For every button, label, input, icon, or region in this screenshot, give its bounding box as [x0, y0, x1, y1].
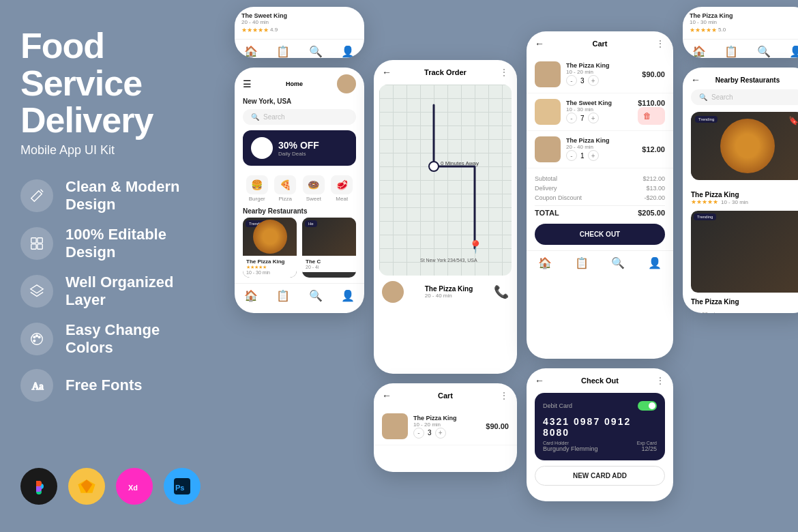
- sketch-icon: [68, 468, 105, 505]
- sliver2-nav-orders: 📋: [724, 45, 738, 58]
- rest-card-1[interactable]: Trending The Pizza King ★★★★★ 10 - 30 mi…: [243, 218, 297, 278]
- coupon-val: -$20.00: [644, 194, 665, 201]
- cart-nav-search[interactable]: 🔍: [611, 256, 625, 269]
- home-screen-title: Home: [286, 80, 303, 87]
- checkout-back[interactable]: ←: [535, 375, 544, 386]
- cart-summary: Subtotal $212.00 Delivery $13.00 Coupon …: [527, 168, 673, 224]
- svg-text:Aa: Aa: [32, 380, 44, 391]
- svg-rect-1: [38, 238, 42, 243]
- checkout-title: Check Out: [581, 376, 619, 385]
- svg-point-19: [429, 162, 439, 171]
- feature-fonts: Aa Free Fonts: [20, 369, 201, 402]
- svg-text:📍: 📍: [468, 239, 484, 254]
- cart-price-3: $12.00: [642, 145, 665, 153]
- cart-nav-profile[interactable]: 👤: [648, 256, 662, 269]
- qty-minus-1[interactable]: -: [413, 428, 424, 439]
- cart-small-header: ← Cart ⋮: [374, 383, 517, 408]
- exp-label: Exp Card: [637, 441, 657, 445]
- col2: ← Track Order ⋮ 0 Minutes Away St New Yo…: [374, 60, 517, 472]
- checkout-btn[interactable]: CHECK OUT: [535, 224, 665, 245]
- cart-plus-1[interactable]: +: [588, 75, 599, 86]
- left-panel: Food ServiceDelivery Mobile App UI Kit C…: [0, 0, 221, 532]
- sliver1-nav: 🏠 📋 🔍 👤: [235, 39, 364, 58]
- nearby-dots[interactable]: ⋮: [795, 74, 798, 85]
- nearby-bookmark[interactable]: 🔖: [788, 116, 798, 125]
- cart-plus-3[interactable]: +: [588, 150, 599, 161]
- new-card-btn[interactable]: NEW CARD ADD: [535, 466, 665, 486]
- home-nav-profile[interactable]: 👤: [341, 289, 355, 302]
- cart-img-2: [535, 99, 561, 125]
- cart-minus-3[interactable]: -: [566, 150, 577, 161]
- edit-icon: [20, 227, 53, 260]
- restaurant-grid: Trending The Pizza King ★★★★★ 10 - 30 mi…: [235, 218, 364, 278]
- qty-plus-1[interactable]: +: [435, 428, 446, 439]
- sliver2-nav: 🏠 📋 🔍 👤: [683, 39, 798, 58]
- nearby-search[interactable]: 🔍 Search: [691, 89, 798, 105]
- driver-name: The Pizza King: [425, 285, 473, 293]
- cat-burger[interactable]: 🍔Burger: [246, 175, 268, 202]
- delete-btn-2[interactable]: 🗑: [638, 107, 665, 125]
- rest-card-2[interactable]: He The C 20 - 4i: [302, 218, 356, 278]
- cart-nav-home[interactable]: 🏠: [538, 256, 552, 269]
- svg-rect-2: [31, 244, 36, 249]
- cart-back[interactable]: ←: [535, 38, 544, 49]
- phone-cart: ← Cart ⋮ The Pizza King 10 - 20 min - 3 …: [527, 31, 673, 359]
- cart-img-3: [535, 136, 561, 162]
- menu-icon[interactable]: ☰: [243, 78, 252, 89]
- home-nav-search[interactable]: 🔍: [309, 289, 323, 302]
- cart-minus-2[interactable]: -: [566, 113, 577, 123]
- cart-small-item1: The Pizza King 10 - 20 min - 3 + $90.00: [374, 408, 517, 445]
- driver-time: 20 - 40 min: [425, 293, 473, 299]
- sliver2-nav-profile: 👤: [789, 45, 798, 58]
- cart-name-3: The Pizza King: [566, 137, 636, 144]
- search-bar[interactable]: 🔍 Search: [243, 109, 356, 125]
- rest1-stars: ★★★★★: [246, 265, 293, 270]
- cart-minus-1[interactable]: -: [566, 75, 577, 86]
- track-back-btn[interactable]: ←: [382, 67, 391, 78]
- promo-pct: 30% OFF: [278, 140, 319, 151]
- feature-colors-label: Easy Change Colors: [65, 321, 201, 357]
- cart-img-1: [535, 61, 561, 87]
- nearby-rest-name: The Pizza King: [691, 191, 798, 198]
- cart-qty-1: 3: [580, 77, 585, 85]
- cat-meat[interactable]: 🥩Meat: [331, 175, 353, 202]
- phone-icon[interactable]: 📞: [494, 284, 509, 299]
- cart-plus-2[interactable]: +: [588, 113, 599, 123]
- debit-toggle[interactable]: [638, 401, 657, 411]
- holder-name: Burgundy Flemming: [543, 445, 598, 452]
- cart-dots[interactable]: ⋮: [655, 38, 665, 49]
- phone-sliver-1: The Sweet King 20 - 40 min ★★★★★4.9 🏠 📋 …: [235, 7, 364, 58]
- feature-layer: Well Organized Layer: [20, 274, 201, 309]
- features-list: Clean & Modern Design 100% Editable Desi…: [20, 178, 201, 402]
- cart-small-dots[interactable]: ⋮: [499, 390, 509, 401]
- nearby-back[interactable]: ←: [691, 74, 700, 85]
- svg-rect-3: [38, 244, 42, 249]
- svg-text:0 Minutes Away: 0 Minutes Away: [441, 160, 479, 166]
- nearby-header: ← Nearby Restaurants ⋮: [683, 68, 798, 89]
- cart-time-2: 10 - 30 min: [566, 106, 632, 113]
- wand-icon: [20, 179, 53, 212]
- cart-nav-orders[interactable]: 📋: [575, 256, 589, 269]
- home-nav-home[interactable]: 🏠: [244, 289, 258, 302]
- cart-small-back[interactable]: ←: [382, 390, 391, 401]
- nearby-title: Nearby Restaurants: [235, 205, 364, 218]
- rest1-name: The Pizza King: [246, 258, 293, 265]
- profile-nav-icon: 👤: [341, 45, 355, 58]
- cart-header: ← Cart ⋮: [527, 31, 673, 56]
- ps-icon: Ps: [164, 468, 201, 505]
- track-dots-btn[interactable]: ⋮: [499, 67, 509, 78]
- home-nav-orders[interactable]: 📋: [276, 289, 290, 302]
- delivery-label: Delivery: [535, 185, 557, 192]
- cart-time-3: 20 - 40 min: [566, 144, 636, 150]
- svg-point-9: [33, 340, 35, 342]
- cart-item-2: The Sweet King 10 - 30 min - 7 + $110.00…: [527, 93, 673, 131]
- subtotal-val: $212.00: [642, 175, 665, 182]
- palette-icon: [20, 323, 53, 355]
- subtotal-label: Subtotal: [535, 175, 557, 182]
- cat-pizza[interactable]: 🍕Pizza: [274, 175, 296, 202]
- col3: ← Cart ⋮ The Pizza King 10 - 20 min - 3 …: [527, 31, 673, 501]
- checkout-dots[interactable]: ⋮: [655, 375, 665, 386]
- promo-desc: Daily Deals: [278, 151, 319, 157]
- cat-sweet[interactable]: 🍩Sweet: [303, 175, 325, 202]
- svg-text:St New York 234/543, USA: St New York 234/543, USA: [420, 258, 477, 263]
